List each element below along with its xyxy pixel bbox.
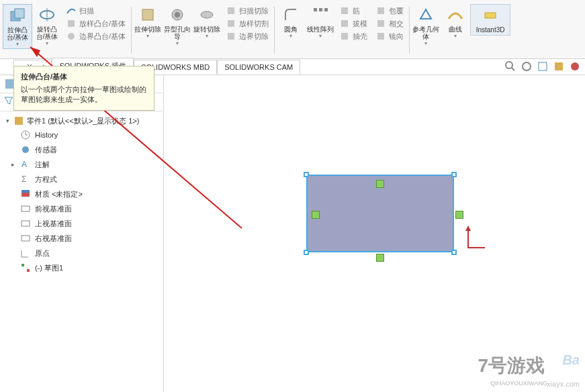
extrude-cut-label: 拉伸切除	[134, 26, 161, 33]
svg-rect-32	[15, 117, 23, 125]
revolve-cut-button[interactable]: 旋转切除 ▾	[192, 4, 222, 40]
cut-icon	[138, 5, 157, 24]
section-icon[interactable]	[537, 60, 549, 72]
chevron-down-icon: ▾	[454, 33, 457, 39]
relation-vertical-icon[interactable]	[455, 211, 463, 219]
chevron-down-icon: ▾	[46, 40, 48, 46]
tree-sensors[interactable]: 传感器	[1, 142, 162, 157]
handle-br[interactable]	[451, 250, 457, 255]
rib-button[interactable]: 筋	[339, 5, 367, 16]
loft-button[interactable]: 放样凸台/基体	[66, 18, 126, 29]
svg-rect-3	[68, 20, 75, 27]
relation-horizontal-icon[interactable]	[376, 180, 384, 188]
feature-column-2: 包覆 相交 镜向	[371, 4, 408, 43]
sweep-column: 扫描 放样凸台/基体 边界凸台/基体	[62, 4, 130, 43]
zoom-icon[interactable]	[521, 60, 533, 72]
equation-icon: Σ	[20, 174, 31, 185]
loft-cut-icon	[226, 18, 236, 29]
expander-icon[interactable]: ▸	[9, 161, 16, 168]
linear-pattern-button[interactable]: 线性阵列 ▾	[306, 4, 335, 40]
ref-geometry-button[interactable]: 参考几何体 ▾	[411, 4, 441, 48]
draft-button[interactable]: 拔模	[339, 18, 367, 29]
root-label: 零件1 (默认<<默认>_显示状态 1>)	[27, 116, 140, 126]
tooltip-description: 以一个或两个方向拉伸一草图或绘制的草图轮廓来生成一实体。	[21, 85, 147, 105]
plane-icon	[20, 203, 31, 214]
sweep-cut-icon	[226, 5, 236, 16]
expander-icon[interactable]: ▾	[4, 117, 11, 124]
appearance-icon[interactable]	[569, 60, 581, 72]
svg-rect-21	[485, 13, 496, 18]
hole-wizard-button[interactable]: 异型孔向导 ▾	[163, 4, 192, 48]
tree-top-plane[interactable]: 上视基准面	[1, 216, 162, 231]
svg-point-8	[201, 11, 213, 18]
svg-rect-39	[21, 206, 30, 211]
sketch-rectangle[interactable]	[304, 172, 457, 255]
tree-right-plane[interactable]: 右视基准面	[1, 231, 162, 246]
wrap-button[interactable]: 包覆	[375, 5, 404, 16]
chevron-down-icon: ▾	[146, 33, 149, 39]
extrude-boss-button[interactable]: 拉伸凸台/基体 ▾	[3, 4, 32, 49]
extrude-icon	[8, 6, 27, 25]
revolve-icon	[38, 5, 56, 24]
graphics-area[interactable]	[164, 75, 585, 392]
fillet-button[interactable]: 圆角 ▾	[276, 4, 306, 40]
filter-icon[interactable]	[4, 96, 13, 105]
fillet-label: 圆角	[284, 26, 298, 33]
handle-tr[interactable]	[451, 172, 457, 177]
rib-icon	[339, 5, 350, 16]
curves-label: 曲线	[449, 26, 462, 33]
svg-point-4	[68, 33, 75, 40]
tree-front-plane[interactable]: 前视基准面	[1, 201, 162, 216]
separator	[131, 7, 132, 54]
loft-cut-button[interactable]: 放样切割	[226, 18, 269, 29]
hole-icon	[168, 5, 187, 24]
sweep-cut-button[interactable]: 扫描切除	[226, 5, 269, 16]
instant3d-icon	[481, 6, 500, 25]
svg-rect-25	[555, 62, 563, 70]
tree-history[interactable]: History	[1, 128, 162, 142]
intersect-button[interactable]: 相交	[375, 18, 404, 29]
mirror-icon	[375, 31, 386, 42]
tree-sketch1[interactable]: (-) 草图1	[1, 260, 162, 275]
search-icon[interactable]	[504, 60, 516, 72]
chevron-down-icon: ▾	[16, 41, 19, 47]
tooltip-title: 拉伸凸台/基体	[21, 72, 147, 82]
svg-text:Σ: Σ	[21, 175, 26, 184]
extrude-cut-button[interactable]: 拉伸切除 ▾	[133, 4, 163, 40]
view-toolbar	[504, 60, 581, 72]
mirror-button[interactable]: 镜向	[375, 31, 404, 42]
tab-sw-cam[interactable]: SOLIDWORKS CAM	[217, 60, 300, 75]
revolve-cut-label: 旋转切除	[193, 26, 220, 33]
shell-button[interactable]: 抽壳	[339, 31, 367, 42]
relation-horizontal-icon[interactable]	[376, 254, 384, 262]
relation-vertical-icon[interactable]	[312, 211, 320, 219]
annotation-icon: A	[20, 159, 31, 170]
sweep-icon	[66, 5, 77, 16]
tree-equations[interactable]: Σ方程式	[1, 172, 162, 187]
tree-origin[interactable]: 原点	[1, 246, 162, 260]
instant3d-button[interactable]: Instant3D	[470, 4, 510, 36]
handle-bl[interactable]	[304, 250, 309, 255]
handle-tl[interactable]	[304, 172, 309, 177]
boundary-cut-icon	[226, 31, 236, 42]
sweep-button[interactable]: 扫描	[66, 5, 126, 16]
ref-geom-label: 参考几何体	[412, 26, 439, 40]
boundary-icon	[66, 31, 77, 42]
svg-rect-43	[27, 269, 30, 272]
boundary-button[interactable]: 边界凸台/基体	[66, 31, 126, 42]
curves-button[interactable]: 曲线 ▾	[441, 4, 470, 40]
boundary-cut-button[interactable]: 边界切除	[226, 31, 269, 42]
origin-icon	[20, 248, 31, 258]
tree-root[interactable]: ▾ 零件1 (默认<<默认>_显示状态 1>)	[1, 114, 162, 128]
svg-rect-20	[377, 33, 384, 40]
display-icon[interactable]	[553, 60, 565, 72]
svg-point-34	[22, 146, 29, 153]
feature-column: 筋 拔模 抽壳	[335, 4, 371, 43]
svg-rect-12	[314, 8, 317, 11]
tree-annotations[interactable]: ▸A注解	[1, 157, 162, 172]
feature-manager-panel: ▾ 零件1 (默认<<默认>_显示状态 1>) History 传感器 ▸A注解…	[0, 75, 164, 392]
revolve-boss-button[interactable]: 旋转凸台/基体 ▾	[32, 4, 62, 48]
feature-tree: ▾ 零件1 (默认<<默认>_显示状态 1>) History 传感器 ▸A注解…	[0, 111, 163, 278]
tree-material[interactable]: 材质 <未指定>	[1, 187, 162, 201]
curves-icon	[446, 5, 465, 24]
